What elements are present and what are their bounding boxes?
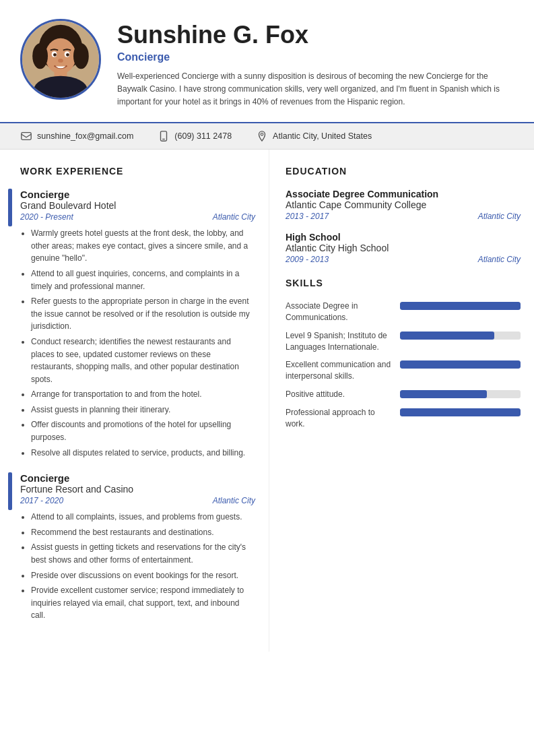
skills-section: SKILLS Associate Degree in Communication… [286, 278, 521, 429]
svg-rect-12 [22, 133, 31, 140]
svg-point-4 [73, 43, 89, 69]
job-1-bullet-4: Conduct research; identifies the newest … [31, 336, 255, 385]
work-experience-title: WORK EXPERIENCE [20, 166, 255, 179]
candidate-summary: Well-experienced Concierge with a sunny … [117, 70, 514, 109]
skill-2-label: Level 9 Spanish; Instituto de Languages … [286, 330, 393, 353]
header: Sunshine G. Fox Concierge Well-experienc… [0, 0, 534, 123]
job-2-location: Atlantic City [213, 496, 255, 505]
skill-5-bar [400, 408, 521, 416]
edu-1-period: 2013 - 2017 [286, 212, 329, 221]
avatar [20, 19, 101, 100]
skill-5: Professional approach to work. [286, 407, 521, 430]
job-marker-2 [8, 472, 12, 510]
location-text: Atlantic City, United States [273, 131, 372, 141]
skill-3-label: Excellent communication and interpersona… [286, 359, 393, 382]
job-2-bullet-2: Recommend the best restaurants and desti… [31, 526, 255, 539]
svg-point-9 [53, 53, 57, 57]
edu-2-meta: 2009 - 2013 Atlantic City [286, 255, 521, 264]
phone-text: (609) 311 2478 [174, 131, 232, 141]
job-1-company: Grand Boulevard Hotel [20, 200, 255, 211]
skill-4-fill [400, 390, 487, 398]
skill-2-bar [400, 332, 521, 340]
edu-2: High School Atlantic City High School 20… [286, 232, 521, 264]
skill-4: Positive attitude. [286, 389, 521, 400]
job-2-bullet-3: Assist guests in getting tickets and res… [31, 541, 255, 566]
edu-1-degree: Associate Degree Communication [286, 189, 521, 199]
skill-1: Associate Degree in Communications. [286, 301, 521, 323]
job-2-meta: 2017 - 2020 Atlantic City [20, 496, 255, 505]
contact-bar: sunshine_fox@gmail.com (609) 311 2478 At… [0, 123, 534, 150]
skill-5-label: Professional approach to work. [286, 407, 393, 430]
job-2: Concierge Fortune Resort and Casino 2017… [20, 472, 255, 622]
skill-1-fill [400, 302, 521, 310]
skill-2-fill [400, 332, 494, 340]
job-1-location: Atlantic City [213, 212, 255, 222]
left-column: WORK EXPERIENCE Concierge Grand Boulevar… [0, 150, 269, 652]
edu-2-period: 2009 - 2013 [286, 255, 329, 264]
skill-5-fill [400, 408, 521, 416]
job-1-bullets: Warmly greets hotel guests at the front … [20, 227, 255, 459]
job-1-bullet-5: Arrange for transportation to and from t… [31, 388, 255, 401]
svg-point-3 [32, 43, 48, 69]
job-2-period: 2017 - 2020 [20, 496, 63, 505]
job-1-bullet-2: Attend to all guest inquiries, concerns,… [31, 267, 255, 292]
skill-3-bar [400, 360, 521, 369]
job-1: Concierge Grand Boulevard Hotel 2020 - P… [20, 189, 255, 459]
contact-email: sunshine_fox@gmail.com [20, 130, 133, 142]
edu-1-location: Atlantic City [478, 212, 521, 221]
education-title: EDUCATION [286, 166, 521, 179]
job-1-bullet-7: Offer discounts and promotions of the ho… [31, 418, 255, 443]
skills-title: SKILLS [286, 278, 521, 291]
job-2-bullet-1: Attend to all complaints, issues, and pr… [31, 511, 255, 524]
right-column: EDUCATION Associate Degree Communication… [269, 150, 534, 652]
svg-point-11 [58, 59, 63, 63]
email-text: sunshine_fox@gmail.com [37, 131, 133, 141]
job-2-bullets: Attend to all complaints, issues, and pr… [20, 511, 255, 622]
job-2-bullet-5: Provide excellent customer service; resp… [31, 584, 255, 622]
candidate-name: Sunshine G. Fox [117, 22, 514, 49]
contact-phone: (609) 311 2478 [158, 130, 232, 142]
edu-1: Associate Degree Communication Atlantic … [286, 189, 521, 221]
skill-4-label: Positive attitude. [286, 389, 393, 400]
edu-2-school: Atlantic City High School [286, 243, 521, 253]
svg-point-15 [261, 133, 263, 136]
job-1-bullet-3: Refer guests to the appropriate person i… [31, 295, 255, 333]
job-2-title: Concierge [20, 472, 255, 484]
edu-1-school: Atlantic Cape Community College [286, 199, 521, 210]
job-2-bullet-4: Preside over discussions on event bookin… [31, 569, 255, 582]
job-1-bullet-6: Assist guests in planning their itinerar… [31, 404, 255, 416]
skill-4-bar [400, 390, 521, 398]
email-icon [20, 130, 32, 142]
skill-1-label: Associate Degree in Communications. [286, 301, 393, 323]
edu-2-location: Atlantic City [478, 255, 521, 264]
skill-3: Excellent communication and interpersona… [286, 359, 521, 382]
job-1-bullet-8: Resolve all disputes related to service,… [31, 447, 255, 460]
skill-3-fill [400, 360, 521, 369]
edu-1-meta: 2013 - 2017 Atlantic City [286, 212, 521, 221]
skill-1-bar [400, 302, 521, 310]
svg-point-10 [66, 53, 69, 57]
candidate-title: Concierge [117, 51, 514, 63]
edu-2-degree: High School [286, 232, 521, 243]
contact-location: Atlantic City, United States [256, 130, 372, 142]
job-2-company: Fortune Resort and Casino [20, 484, 255, 495]
job-1-period: 2020 - Present [20, 212, 73, 222]
job-marker-1 [8, 189, 12, 226]
job-1-bullet-1: Warmly greets hotel guests at the front … [31, 227, 255, 265]
job-1-title: Concierge [20, 189, 255, 200]
job-1-meta: 2020 - Present Atlantic City [20, 212, 255, 222]
main-content: WORK EXPERIENCE Concierge Grand Boulevar… [0, 150, 534, 652]
skill-2: Level 9 Spanish; Instituto de Languages … [286, 330, 521, 353]
location-icon [256, 130, 268, 142]
phone-icon [158, 130, 170, 142]
header-info: Sunshine G. Fox Concierge Well-experienc… [117, 19, 514, 108]
